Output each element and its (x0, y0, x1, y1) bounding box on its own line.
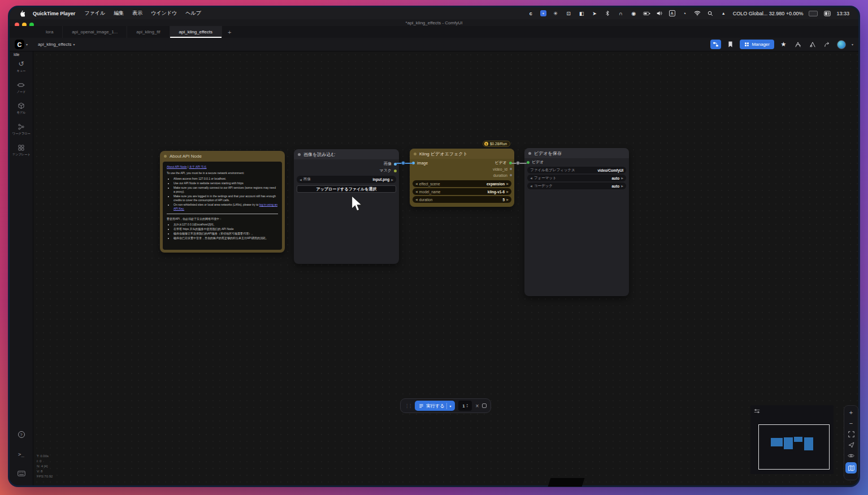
filename-prefix-widget[interactable]: ファイル名プレフィックス video/ComfyUI (527, 167, 626, 173)
drag-handle-icon[interactable]: ⋮⋮ (405, 403, 411, 409)
output-image[interactable]: 画像 (384, 161, 397, 167)
node-kling-header[interactable]: Kling ビデオエフェクト (410, 149, 514, 159)
tab-lora[interactable]: lora (37, 26, 63, 38)
node-load-image[interactable]: 画像を読み込む 画像 マスク ◀ 画像 input.png ▶ (294, 149, 399, 264)
clear-queue-button[interactable]: × (475, 403, 479, 409)
stock-ticker[interactable]: COLO Global... 32.980 +0.00% (733, 11, 804, 16)
fit-view-button[interactable] (847, 430, 856, 438)
collapse-dot-icon[interactable] (298, 153, 301, 156)
menu-file[interactable]: ファイル (84, 10, 105, 17)
window-tiles-icon[interactable]: ◧ (578, 10, 585, 17)
sidebar-item-queue[interactable]: ↺ キュー (16, 60, 26, 73)
select-mode-button[interactable] (847, 441, 856, 449)
node-save-video-header[interactable]: ビデオを保存 (524, 148, 629, 158)
run-button[interactable]: 実行する ▾ (415, 401, 455, 411)
fit-zoom-b-button[interactable] (808, 40, 818, 49)
image-combo-widget[interactable]: ◀ 画像 input.png ▶ (297, 176, 396, 183)
screen-time-icon[interactable]: ◔ (681, 10, 688, 17)
apple-menu-icon[interactable] (19, 10, 25, 17)
graph-view-button[interactable] (710, 40, 721, 49)
input-video[interactable]: ビデオ (527, 159, 544, 165)
collapse-dot-icon[interactable] (414, 153, 416, 155)
codec-widget[interactable]: ◀ コーデック auto ▶ (527, 183, 626, 189)
link-midpoint-video[interactable] (516, 161, 520, 165)
node-graph-canvas[interactable]: About API Node About API Node | 关于 API 节… (33, 51, 858, 485)
about-link-en[interactable]: About API Node (167, 165, 187, 168)
link-midpoint-image[interactable] (401, 161, 405, 165)
toggle-visibility-button[interactable] (847, 451, 856, 459)
shortcuts-keyboard-icon[interactable] (18, 471, 25, 476)
output-video-id[interactable]: video_id (493, 166, 512, 172)
blue-app-icon[interactable]: ✦ (540, 10, 546, 16)
format-widget[interactable]: ◀ フォーマット auto ▶ (527, 175, 626, 181)
effect-scene-widget[interactable]: ◀ effect_scene expansion ▶ (413, 180, 511, 187)
minimap[interactable] (750, 405, 834, 474)
tab-api-kling-effects[interactable]: api_kling_effects (170, 26, 222, 38)
sidebar-item-workflows[interactable]: ワークフロー (12, 123, 31, 136)
combo-prev-icon[interactable]: ◀ (530, 176, 532, 180)
combo-prev-icon[interactable]: ◀ (415, 182, 418, 185)
sidebar-item-nodes[interactable]: ノード (16, 81, 26, 94)
headset-icon[interactable]: ∩ (617, 10, 624, 17)
tab-api-kling-fif[interactable]: api_kling_fif (127, 26, 170, 38)
sidebar-item-templates[interactable]: テンプレート (12, 144, 31, 157)
combo-prev-icon[interactable]: ◀ (530, 184, 532, 188)
favorite-star-button[interactable]: ★ (778, 40, 789, 49)
avatar-chevron-icon[interactable]: ▾ (852, 42, 853, 46)
node-kling-video-effect[interactable]: Kling ビデオエフェクト image ビデオ video_id (410, 149, 514, 207)
node-about-api[interactable]: About API Node About API Node | 关于 API 节… (160, 151, 285, 253)
node-load-image-header[interactable]: 画像を読み込む (294, 149, 399, 159)
count-stepper[interactable]: ▲▼ (466, 403, 468, 408)
new-tab-button[interactable]: + (222, 26, 237, 38)
about-link-zh[interactable]: 关于 API 节点 (189, 165, 207, 168)
workflow-chevron-icon[interactable]: ▾ (73, 42, 75, 46)
output-video[interactable]: ビデオ (495, 160, 513, 166)
workflow-name[interactable]: api_kling_effects (38, 42, 71, 47)
collapse-dot-icon[interactable] (528, 152, 531, 155)
comfyui-logo-button[interactable]: C (15, 40, 24, 49)
zoom-out-button[interactable]: − (847, 419, 856, 427)
wifi-icon[interactable] (694, 10, 701, 17)
number-increment-icon[interactable]: ▶ (506, 198, 509, 201)
help-button[interactable]: ? (18, 431, 25, 438)
battery-grid-icon[interactable] (823, 10, 831, 17)
mask-output-port[interactable] (394, 170, 397, 172)
minimap-viewport[interactable] (758, 424, 830, 470)
combo-prev-icon[interactable]: ◀ (300, 178, 302, 181)
combo-next-icon[interactable]: ▶ (506, 182, 509, 185)
model-name-widget[interactable]: ◀ model_name kling-v1-6 ▶ (413, 188, 511, 195)
claude-menubar-icon[interactable]: c (527, 10, 535, 17)
menu-help[interactable]: ヘルプ (185, 10, 201, 17)
active-app-name[interactable]: QuickTime Player (33, 11, 75, 16)
share-button[interactable] (822, 40, 833, 49)
minimap-settings-icon[interactable] (754, 409, 760, 414)
send-vpn-icon[interactable]: ➤ (591, 10, 598, 17)
menu-edit[interactable]: 編集 (114, 10, 124, 17)
manager-button[interactable]: Manager (740, 40, 774, 49)
window-titlebar[interactable]: *api_kling_effects - ComfyUI (10, 19, 858, 26)
output-duration[interactable]: duration (493, 172, 512, 178)
duration-widget[interactable]: ◀ duration 5 ▶ (413, 196, 511, 203)
spotlight-search-icon[interactable] (707, 10, 714, 17)
logo-menu-chevron-icon[interactable]: ▾ (26, 42, 28, 46)
bookmark-button[interactable] (725, 40, 736, 49)
stop-button[interactable] (482, 403, 487, 408)
bluetooth-icon[interactable] (604, 10, 611, 17)
sidebar-item-models[interactable]: モデル (16, 102, 26, 115)
batch-count-input[interactable]: 1 ▲▼ (458, 401, 472, 411)
battery-module-icon[interactable] (643, 10, 650, 17)
duration-output-port[interactable] (510, 174, 512, 176)
upload-file-button[interactable]: アップロードするファイルを選択 (297, 185, 396, 193)
combo-prev-icon[interactable]: ◀ (415, 190, 418, 193)
number-decrement-icon[interactable]: ◀ (415, 198, 418, 201)
input-image[interactable]: image (412, 160, 428, 166)
combo-next-icon[interactable]: ▶ (621, 184, 623, 188)
node-save-video[interactable]: ビデオを保存 ビデオ ファイル名プレフィックス video/ComfyUI ◀ … (524, 148, 629, 296)
minimap-toggle-button[interactable] (845, 462, 857, 474)
fit-zoom-a-button[interactable] (793, 40, 804, 49)
combo-next-icon[interactable]: ▶ (621, 176, 623, 180)
menu-view[interactable]: 表示 (132, 10, 142, 17)
combo-next-icon[interactable]: ▶ (391, 178, 393, 181)
video-input-port[interactable] (527, 161, 530, 164)
collapse-dot-icon[interactable] (164, 155, 167, 158)
